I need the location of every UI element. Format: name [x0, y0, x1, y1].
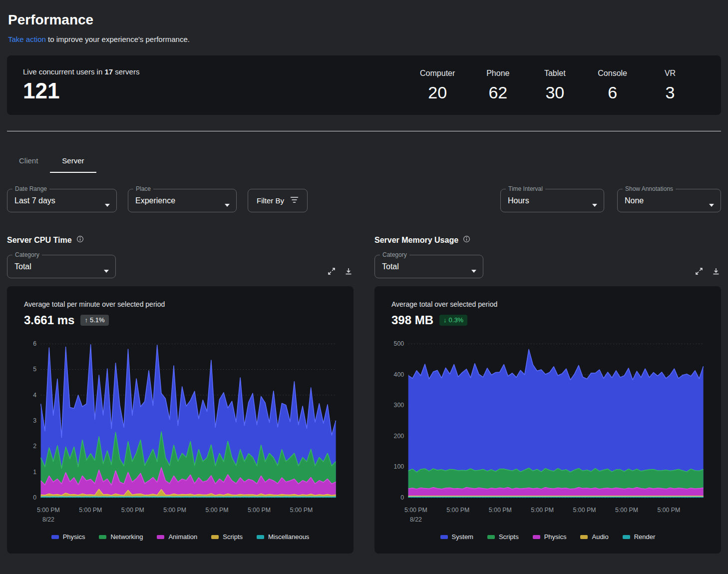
- legend-swatch: [533, 535, 540, 539]
- memory-avg-label: Average total over selected period: [391, 300, 709, 308]
- legend-item-scripts[interactable]: Scripts: [487, 533, 519, 541]
- filter-by-button[interactable]: Filter By: [248, 189, 308, 212]
- memory-avg-value: 398 MB: [391, 313, 433, 327]
- live-users-summary: Live concurrent users in 17 servers 121: [23, 67, 139, 102]
- cpu-delta-value: 5.1%: [90, 316, 105, 324]
- info-icon[interactable]: [76, 235, 84, 245]
- device-label: VR: [656, 69, 684, 78]
- legend-item-physics[interactable]: Physics: [533, 533, 567, 541]
- legend-item-miscellaneous[interactable]: Miscellaneous: [257, 533, 309, 541]
- legend-swatch: [211, 535, 219, 539]
- svg-text:8/22: 8/22: [410, 516, 422, 523]
- device-computer: Computer 20: [420, 69, 455, 101]
- date-range-label: Date Range: [12, 185, 49, 192]
- take-action-link[interactable]: Take action: [8, 35, 46, 43]
- legend-item-system[interactable]: System: [440, 533, 473, 541]
- memory-panel-header: Server Memory Usage: [374, 235, 721, 245]
- legend-label: Miscellaneous: [268, 533, 309, 541]
- place-value: Experience: [135, 196, 175, 205]
- cpu-avg-label: Average total per minute over selected p…: [24, 300, 342, 308]
- charts-grid: Server CPU Time Category Total Average t…: [7, 235, 721, 554]
- cpu-panel-header: Server CPU Time: [7, 235, 354, 245]
- svg-text:5:00 PM: 5:00 PM: [615, 507, 638, 514]
- filter-by-label: Filter By: [257, 196, 284, 205]
- cpu-delta-badge: ↑5.1%: [80, 315, 108, 326]
- chevron-down-icon: [104, 266, 109, 275]
- cpu-category-value: Total: [14, 262, 31, 271]
- memory-chart-actions: [694, 266, 721, 278]
- up-arrow-icon: ↑: [84, 316, 88, 324]
- svg-text:2: 2: [33, 443, 36, 450]
- memory-chart-svg: 01002003004005005:00 PM8/225:00 PM5:00 P…: [386, 337, 709, 527]
- performance-page: Performance Take action to improve your …: [0, 0, 728, 574]
- device-console: Console 6: [598, 69, 627, 101]
- svg-text:500: 500: [394, 340, 404, 347]
- cpu-category-dropdown[interactable]: Category Total: [7, 255, 116, 278]
- device-value: 6: [598, 84, 627, 101]
- legend-label: Networking: [110, 533, 143, 541]
- live-users-label: Live concurrent users in 17 servers: [23, 67, 139, 76]
- device-label: Phone: [484, 69, 512, 78]
- chevron-down-icon: [471, 266, 476, 275]
- svg-text:300: 300: [394, 402, 404, 409]
- time-interval-dropdown[interactable]: Time Interval Hours: [500, 189, 604, 212]
- show-annotations-dropdown[interactable]: Show Annotations None: [617, 189, 721, 212]
- download-icon[interactable]: [711, 266, 721, 276]
- info-icon[interactable]: [463, 235, 470, 245]
- date-range-dropdown[interactable]: Date Range Last 7 days: [7, 189, 117, 212]
- date-range-value: Last 7 days: [14, 196, 55, 205]
- svg-text:5: 5: [33, 366, 36, 373]
- cpu-chart: 01234565:00 PM8/225:00 PM5:00 PM5:00 PM5…: [19, 337, 342, 527]
- expand-icon[interactable]: [694, 266, 704, 276]
- cpu-chart-actions: [327, 266, 354, 278]
- legend-item-render[interactable]: Render: [623, 533, 656, 541]
- svg-text:100: 100: [394, 463, 404, 470]
- legend-swatch: [257, 535, 264, 539]
- chevron-down-icon: [709, 200, 714, 209]
- legend-swatch: [157, 535, 164, 539]
- memory-category-value: Total: [382, 262, 399, 271]
- device-value: 62: [484, 84, 512, 101]
- expand-icon[interactable]: [327, 266, 337, 276]
- live-users-label-suffix: servers: [113, 67, 139, 76]
- legend-label: Animation: [168, 533, 197, 541]
- legend-item-physics[interactable]: Physics: [51, 533, 85, 541]
- memory-category-dropdown[interactable]: Category Total: [374, 255, 483, 278]
- svg-text:0: 0: [400, 494, 404, 501]
- place-dropdown[interactable]: Place Experience: [128, 189, 237, 212]
- cpu-avg-row: 3.661 ms ↑5.1%: [24, 313, 342, 327]
- legend-swatch: [51, 535, 59, 539]
- show-annotations-label: Show Annotations: [623, 185, 676, 192]
- memory-panel-title: Server Memory Usage: [374, 236, 458, 245]
- svg-text:5:00 PM: 5:00 PM: [290, 507, 313, 514]
- cpu-panel-title: Server CPU Time: [7, 236, 72, 245]
- time-interval-value: Hours: [508, 196, 529, 205]
- down-arrow-icon: ↓: [443, 316, 447, 324]
- legend-item-networking[interactable]: Networking: [99, 533, 143, 541]
- tab-client[interactable]: Client: [7, 151, 50, 173]
- legend-item-scripts[interactable]: Scripts: [211, 533, 243, 541]
- svg-text:5:00 PM: 5:00 PM: [404, 507, 427, 514]
- legend-item-audio[interactable]: Audio: [580, 533, 608, 541]
- svg-text:5:00 PM: 5:00 PM: [531, 507, 554, 514]
- memory-panel: Server Memory Usage Category Total Avera…: [374, 235, 721, 554]
- memory-chart: 01002003004005005:00 PM8/225:00 PM5:00 P…: [386, 337, 709, 527]
- download-icon[interactable]: [344, 266, 354, 276]
- legend-label: System: [452, 533, 473, 541]
- time-interval-label: Time Interval: [506, 185, 545, 192]
- cpu-chart-legend: PhysicsNetworkingAnimationScriptsMiscell…: [19, 533, 342, 541]
- svg-text:6: 6: [33, 340, 36, 347]
- legend-item-animation[interactable]: Animation: [157, 533, 197, 541]
- memory-chart-card: Average total over selected period 398 M…: [374, 286, 721, 554]
- tab-server[interactable]: Server: [50, 151, 96, 173]
- legend-swatch: [580, 535, 588, 539]
- legend-label: Physics: [63, 533, 85, 541]
- svg-text:5:00 PM: 5:00 PM: [657, 507, 680, 514]
- svg-text:1: 1: [33, 469, 36, 476]
- filter-icon: [290, 196, 299, 205]
- legend-label: Audio: [592, 533, 608, 541]
- client-server-tabs: Client Server: [7, 151, 721, 173]
- svg-text:5:00 PM: 5:00 PM: [446, 507, 469, 514]
- memory-avg-row: 398 MB ↓0.3%: [391, 313, 709, 327]
- show-annotations-value: None: [625, 196, 644, 205]
